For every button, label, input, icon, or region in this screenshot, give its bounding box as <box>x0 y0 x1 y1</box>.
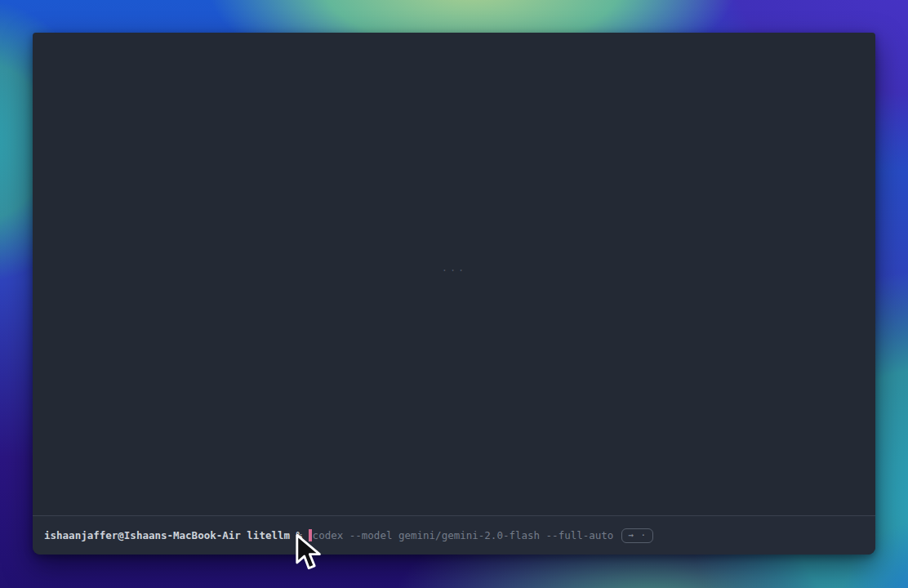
prompt-bar: ishaanjaffer@Ishaans-MacBook-Air litellm… <box>33 515 875 555</box>
autosuggestion-text: codex --model gemini/gemini-2.0-flash --… <box>313 528 614 542</box>
text-caret <box>309 529 312 541</box>
terminal-window[interactable]: ··· ishaanjaffer@Ishaans-MacBook-Air lit… <box>33 33 875 555</box>
prompt-text: ishaanjaffer@Ishaans-MacBook-Air litellm… <box>44 528 309 542</box>
prompt-line[interactable]: ishaanjaffer@Ishaans-MacBook-Air litellm… <box>44 528 653 543</box>
loading-ellipsis: ··· <box>442 265 467 276</box>
desktop: ··· ishaanjaffer@Ishaans-MacBook-Air lit… <box>0 0 908 588</box>
tab-hint-badge: → · <box>621 528 653 543</box>
terminal-screen[interactable]: ··· <box>33 33 875 515</box>
